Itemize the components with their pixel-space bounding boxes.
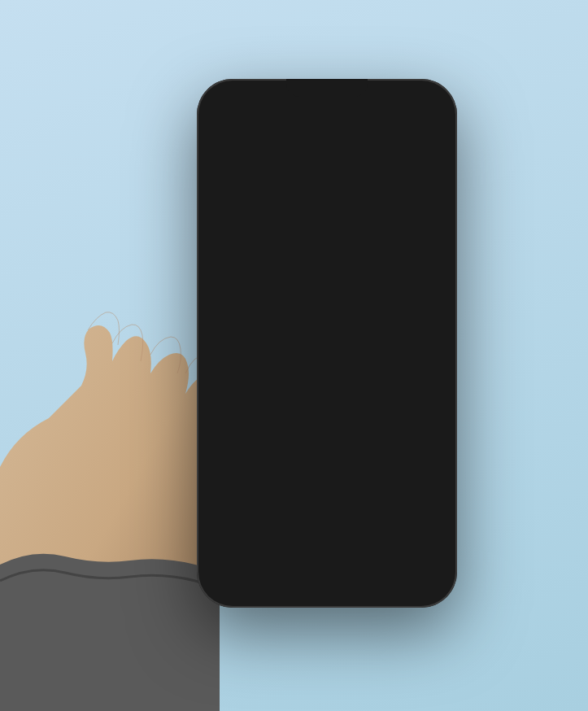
hours-value: 12 bbox=[298, 193, 355, 210]
legend-severe: Severe bbox=[345, 270, 384, 278]
stat-hours: 12 Hours tracked bbox=[293, 186, 360, 226]
status-time: 9:41 bbox=[224, 95, 242, 105]
svg-point-43 bbox=[388, 357, 392, 361]
next-date-button[interactable]: › bbox=[426, 164, 430, 178]
svg-rect-5 bbox=[227, 118, 229, 120]
date-navigation: ‹ 2 May, 2023 › bbox=[220, 164, 434, 178]
svg-rect-11 bbox=[417, 121, 420, 124]
svg-rect-6 bbox=[224, 121, 226, 124]
rate-value: 5.2 bbox=[372, 193, 429, 210]
bell-icon[interactable] bbox=[265, 110, 281, 129]
svg-rect-9 bbox=[403, 120, 406, 123]
svg-rect-1 bbox=[417, 97, 426, 102]
svg-text:5: 5 bbox=[388, 369, 391, 374]
svg-point-50 bbox=[388, 360, 391, 364]
chart-legend: Moderate Severe bbox=[292, 270, 384, 278]
signal-icon: ▲▲▲ bbox=[376, 96, 400, 105]
svg-rect-12 bbox=[420, 119, 423, 124]
export-icon[interactable] bbox=[416, 137, 434, 155]
trend-lines-label: Preview the below graph with trend lines bbox=[220, 239, 380, 249]
trend-lines-toggle-row: Preview the below graph with trend lines bbox=[220, 236, 434, 252]
coughs-label: Coughs bbox=[224, 212, 282, 220]
trend-lines-toggle[interactable] bbox=[405, 236, 434, 252]
svg-point-42 bbox=[359, 325, 363, 329]
volunteer-text: Your volunteer participation by donating… bbox=[230, 452, 424, 506]
svg-text:3: 3 bbox=[329, 369, 333, 374]
svg-point-48 bbox=[329, 342, 333, 346]
svg-text:2: 2 bbox=[300, 369, 303, 374]
calendar-icon[interactable] bbox=[220, 110, 236, 129]
svg-rect-7 bbox=[403, 115, 406, 118]
page-title: Coughs bbox=[281, 111, 395, 129]
view-toggle-button[interactable] bbox=[395, 111, 434, 129]
cough-chart: No. of Coughs Moderate Severe bbox=[220, 260, 434, 408]
svg-point-46 bbox=[271, 309, 274, 312]
heart-icon bbox=[230, 428, 246, 446]
volunteer-title: Volunteer Participation bbox=[253, 431, 368, 443]
svg-point-45 bbox=[242, 360, 245, 364]
svg-point-51 bbox=[417, 361, 420, 364]
svg-text:6: 6 bbox=[417, 369, 420, 374]
battery-icon bbox=[416, 95, 429, 105]
stat-coughs: 3 Coughs bbox=[220, 186, 287, 226]
svg-rect-4 bbox=[224, 118, 226, 120]
refresh-icon[interactable] bbox=[242, 110, 259, 129]
svg-text:0: 0 bbox=[242, 369, 245, 374]
tab-year[interactable]: Year bbox=[325, 137, 364, 155]
current-date: 2 May, 2023 bbox=[295, 164, 357, 177]
svg-text:→: → bbox=[423, 360, 427, 369]
mic-fab-button[interactable] bbox=[307, 526, 346, 565]
svg-text:1: 1 bbox=[271, 369, 274, 374]
hours-label: Hours tracked bbox=[298, 212, 355, 220]
svg-text:↑: ↑ bbox=[233, 291, 237, 299]
chart-y-label: No. of Coughs bbox=[227, 269, 282, 278]
svg-rect-58 bbox=[375, 534, 388, 552]
svg-point-56 bbox=[268, 537, 275, 543]
svg-rect-2 bbox=[427, 98, 429, 101]
svg-text:2: 2 bbox=[237, 320, 241, 325]
svg-rect-10 bbox=[407, 120, 410, 123]
coughs-value: 3 bbox=[224, 193, 282, 210]
svg-point-57 bbox=[277, 538, 281, 543]
wifi-icon bbox=[403, 95, 413, 105]
svg-rect-59 bbox=[324, 538, 329, 547]
tab-daily[interactable]: Daily bbox=[220, 137, 263, 155]
chart-canvas: 3 2 1 0 0 1 2 3 4 5 6 bbox=[227, 285, 427, 390]
svg-point-49 bbox=[359, 342, 362, 346]
svg-text:4: 4 bbox=[359, 369, 362, 374]
stat-rate: 5.2 Coughs/Hours bbox=[367, 186, 434, 226]
app-header: Coughs bbox=[220, 107, 434, 129]
tab-monthly[interactable]: Monthly bbox=[267, 137, 320, 155]
chart-x-label: Time (24 Hrs) bbox=[227, 392, 427, 400]
svg-point-39 bbox=[271, 303, 275, 308]
legend-moderate: Moderate bbox=[292, 270, 338, 278]
svg-point-47 bbox=[300, 360, 303, 364]
rate-label: Coughs/Hours bbox=[372, 212, 429, 220]
nav-document[interactable] bbox=[373, 534, 390, 553]
svg-point-40 bbox=[300, 338, 304, 342]
svg-text:0: 0 bbox=[237, 362, 241, 368]
stats-row: 3 Coughs 12 Hours tracked 5.2 Coughs/Hou… bbox=[220, 186, 434, 226]
svg-text:1: 1 bbox=[237, 342, 241, 348]
svg-rect-8 bbox=[407, 115, 410, 118]
svg-text:3: 3 bbox=[237, 297, 241, 303]
volunteer-section: Volunteer Participation Your volunteer p… bbox=[220, 417, 434, 517]
nav-people[interactable] bbox=[264, 534, 284, 552]
svg-rect-13 bbox=[425, 116, 427, 124]
period-tabs: Daily Monthly Year bbox=[220, 137, 434, 155]
prev-date-button[interactable]: ‹ bbox=[223, 164, 227, 178]
